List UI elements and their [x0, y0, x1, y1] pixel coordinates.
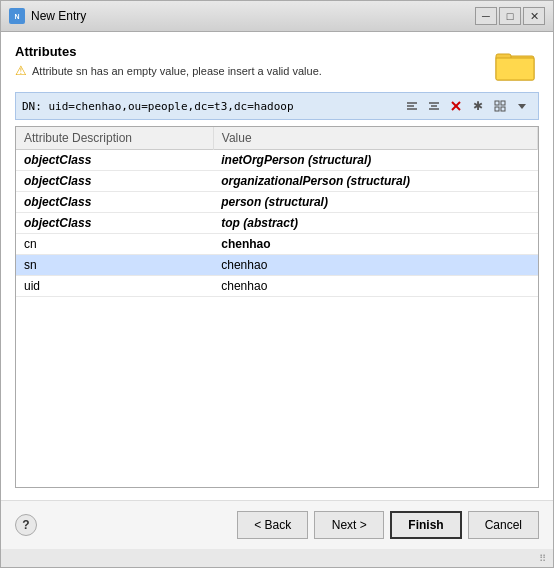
cell-value: chenhao [213, 234, 537, 255]
cell-attr: sn [16, 255, 213, 276]
button-bar-left: ? [15, 514, 37, 536]
attributes-table: Attribute Description Value objectClassi… [16, 127, 538, 297]
title-bar-left: N New Entry [9, 8, 86, 24]
table-row[interactable]: cnchenhao [16, 234, 538, 255]
svg-rect-4 [496, 58, 534, 80]
help-button[interactable]: ? [15, 514, 37, 536]
next-button[interactable]: Next > [314, 511, 384, 539]
cell-value: inetOrgPerson (structural) [213, 150, 537, 171]
svg-rect-14 [495, 101, 499, 105]
maximize-button[interactable]: □ [499, 7, 521, 25]
table-header-row: Attribute Description Value [16, 127, 538, 150]
title-bar: N New Entry ─ □ ✕ [1, 1, 553, 32]
svg-rect-16 [495, 107, 499, 111]
dialog-window: N New Entry ─ □ ✕ Attributes ⚠ Attribute… [0, 0, 554, 568]
title-bar-buttons: ─ □ ✕ [475, 7, 545, 25]
dn-bar: DN: uid=chenhao,ou=people,dc=t3,dc=hadoo… [15, 92, 539, 120]
table-row[interactable]: objectClasstop (abstract) [16, 213, 538, 234]
section-left: Attributes ⚠ Attribute sn has an empty v… [15, 44, 491, 78]
warning-text: Attribute sn has an empty value, please … [32, 65, 322, 77]
svg-rect-17 [501, 107, 505, 111]
col-header-attr: Attribute Description [16, 127, 213, 150]
dn-actions: ✱ [402, 97, 532, 115]
dn-btn-star[interactable]: ✱ [468, 97, 488, 115]
cancel-button[interactable]: Cancel [468, 511, 539, 539]
cell-value: top (abstract) [213, 213, 537, 234]
finish-button[interactable]: Finish [390, 511, 461, 539]
dn-btn-align-left[interactable] [402, 97, 422, 115]
dn-btn-grid[interactable] [490, 97, 510, 115]
cell-attr: cn [16, 234, 213, 255]
dn-text: DN: uid=chenhao,ou=people,dc=t3,dc=hadoo… [22, 100, 398, 113]
section-title: Attributes [15, 44, 491, 59]
svg-text:✱: ✱ [473, 99, 483, 113]
table-row[interactable]: uidchenhao [16, 276, 538, 297]
col-header-val: Value [213, 127, 537, 150]
cell-attr: objectClass [16, 150, 213, 171]
table-row[interactable]: objectClassperson (structural) [16, 192, 538, 213]
window-title: New Entry [31, 9, 86, 23]
cell-value: chenhao [213, 276, 537, 297]
attributes-table-container: Attribute Description Value objectClassi… [15, 126, 539, 488]
resize-handle[interactable]: ⠿ [535, 551, 549, 565]
svg-marker-18 [518, 104, 526, 109]
minimize-button[interactable]: ─ [475, 7, 497, 25]
svg-rect-15 [501, 101, 505, 105]
dn-btn-dropdown[interactable] [512, 97, 532, 115]
section-header: Attributes ⚠ Attribute sn has an empty v… [15, 44, 539, 84]
cell-attr: objectClass [16, 171, 213, 192]
button-bar: ? < Back Next > Finish Cancel [1, 500, 553, 549]
bottom-decoration: ⠿ [1, 549, 553, 567]
warning-row: ⚠ Attribute sn has an empty value, pleas… [15, 63, 491, 78]
warning-icon: ⚠ [15, 63, 27, 78]
table-row[interactable]: objectClassinetOrgPerson (structural) [16, 150, 538, 171]
dn-btn-align-center[interactable] [424, 97, 444, 115]
close-button[interactable]: ✕ [523, 7, 545, 25]
back-button[interactable]: < Back [237, 511, 308, 539]
table-row[interactable]: snchenhao [16, 255, 538, 276]
svg-text:N: N [14, 13, 19, 20]
cell-attr: objectClass [16, 192, 213, 213]
cell-value: person (structural) [213, 192, 537, 213]
folder-icon [491, 44, 539, 84]
dn-btn-delete[interactable] [446, 97, 466, 115]
cell-value: organizationalPerson (structural) [213, 171, 537, 192]
cell-value: chenhao [213, 255, 537, 276]
button-bar-right: < Back Next > Finish Cancel [237, 511, 539, 539]
cell-attr: objectClass [16, 213, 213, 234]
dialog-content: Attributes ⚠ Attribute sn has an empty v… [1, 32, 553, 500]
window-icon: N [9, 8, 25, 24]
table-row[interactable]: objectClassorganizationalPerson (structu… [16, 171, 538, 192]
cell-attr: uid [16, 276, 213, 297]
